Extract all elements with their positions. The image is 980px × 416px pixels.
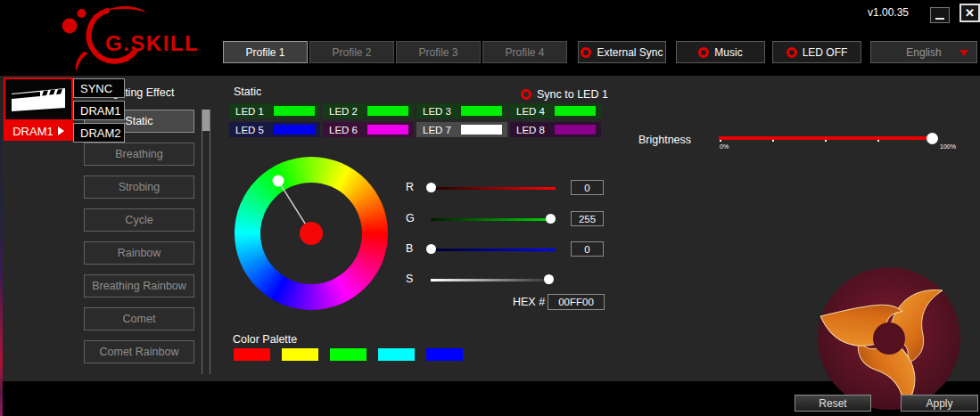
- brightness-max-label: 100%: [940, 143, 956, 150]
- led-7-cell[interactable]: LED 7: [416, 122, 507, 137]
- led-2-cell[interactable]: LED 2: [323, 103, 414, 118]
- green-value-input[interactable]: 255: [571, 211, 604, 226]
- effects-scrollbar[interactable]: [202, 110, 210, 374]
- blue-slider-label: B: [406, 242, 413, 255]
- led-off-button[interactable]: LED OFF: [772, 41, 861, 63]
- led-off-indicator-icon: [786, 47, 797, 58]
- led-8-cell[interactable]: LED 8: [510, 122, 601, 137]
- red-slider-row: R 0: [406, 180, 611, 196]
- led-grid: LED 1 LED 2 LED 3 LED 4 LED 5 LED 6 LED …: [229, 103, 601, 137]
- brightness-slider-thumb[interactable]: [926, 133, 938, 144]
- palette-swatch-blue[interactable]: [426, 348, 463, 361]
- saturation-slider-thumb[interactable]: [544, 274, 554, 284]
- hue-selector-dot: [273, 175, 284, 187]
- language-dropdown[interactable]: English: [870, 41, 977, 63]
- red-slider-track[interactable]: [431, 187, 556, 190]
- red-value-input[interactable]: 0: [571, 180, 604, 195]
- device-selected-label: DRAM1: [12, 125, 54, 138]
- kitguru-watermark-icon: [814, 264, 964, 413]
- menu-item-dram2[interactable]: DRAM2: [73, 123, 125, 143]
- chevron-down-icon: [959, 50, 968, 56]
- palette-swatch-red[interactable]: [234, 348, 270, 361]
- red-slider-thumb[interactable]: [426, 183, 436, 192]
- minimize-button[interactable]: [930, 7, 950, 23]
- palette-swatch-green[interactable]: [330, 348, 366, 361]
- brightness-tick-0: [720, 140, 721, 142]
- brightness-tick-50: [825, 140, 827, 142]
- led-5-label: LED 5: [235, 125, 264, 135]
- gskill-rgb-app: G.SKILL v1.00.35 ✕ Profile 1 Profile 2 P…: [0, 0, 980, 416]
- minimize-icon: [935, 18, 944, 20]
- music-label: Music: [714, 46, 742, 59]
- palette-swatch-cyan[interactable]: [378, 348, 415, 361]
- effect-breathing-button[interactable]: Breathing: [84, 143, 194, 166]
- blue-slider-track[interactable]: [431, 249, 556, 251]
- external-sync-button[interactable]: External Sync: [578, 41, 666, 63]
- led-1-color-swatch: [274, 106, 315, 116]
- title-bar: G.SKILL v1.00.35 ✕ Profile 1 Profile 2 P…: [0, 0, 980, 76]
- device-dropdown-menu: SYNC DRAM1 DRAM2: [73, 78, 125, 143]
- sync-to-led1-label: Sync to LED 1: [537, 88, 608, 101]
- led-5-cell[interactable]: LED 5: [229, 122, 320, 137]
- green-slider-track[interactable]: [431, 218, 556, 221]
- led-7-label: LED 7: [423, 125, 451, 135]
- reset-button[interactable]: Reset: [795, 395, 871, 412]
- music-button[interactable]: Music: [676, 41, 765, 63]
- tab-profile-1[interactable]: Profile 1: [223, 41, 308, 63]
- tab-profile-2[interactable]: Profile 2: [309, 41, 394, 63]
- led-3-cell[interactable]: LED 3: [416, 103, 507, 118]
- led-6-label: LED 6: [329, 125, 358, 135]
- led-4-cell[interactable]: LED 4: [510, 103, 601, 118]
- led-7-color-swatch: [461, 125, 502, 135]
- hex-value-input[interactable]: 00FF00: [548, 294, 605, 310]
- led-3-label: LED 3: [423, 106, 451, 117]
- color-wheel[interactable]: [235, 157, 388, 310]
- saturation-slider-track[interactable]: [431, 279, 556, 281]
- saturation-slider-row: S: [406, 272, 611, 288]
- version-label: v1.00.35: [868, 6, 909, 19]
- device-selected-bar[interactable]: DRAM1: [4, 121, 73, 141]
- effect-strobing-button[interactable]: Strobing: [84, 175, 194, 199]
- led-4-color-swatch: [555, 106, 596, 116]
- effect-comet-rainbow-button[interactable]: Comet Rainbow: [84, 340, 194, 363]
- device-preview-button[interactable]: [4, 77, 73, 121]
- language-selected-label: English: [906, 46, 941, 59]
- left-rainbow-strip: [0, 76, 3, 416]
- led-2-label: LED 2: [329, 106, 358, 117]
- led-8-color-swatch: [555, 125, 596, 135]
- menu-item-sync[interactable]: SYNC: [73, 78, 125, 98]
- effect-rainbow-button[interactable]: Rainbow: [84, 241, 194, 265]
- apply-button[interactable]: Apply: [901, 395, 978, 412]
- blue-slider-thumb[interactable]: [426, 244, 436, 254]
- svg-text:G.SKILL: G.SKILL: [105, 31, 199, 55]
- brightness-min-label: 0%: [720, 143, 729, 150]
- close-button[interactable]: ✕: [959, 4, 980, 22]
- menu-item-dram1[interactable]: DRAM1: [73, 101, 125, 120]
- effect-breathing-rainbow-button[interactable]: Breathing Rainbow: [84, 274, 194, 298]
- panel-title: Static: [234, 86, 261, 98]
- color-palette: [234, 348, 463, 361]
- led-1-label: LED 1: [235, 106, 264, 117]
- led-4-label: LED 4: [516, 106, 545, 117]
- led-6-color-swatch: [367, 125, 408, 135]
- green-slider-thumb[interactable]: [546, 214, 556, 224]
- effect-cycle-button[interactable]: Cycle: [84, 208, 194, 232]
- led-1-cell[interactable]: LED 1: [229, 103, 320, 118]
- profile-tabs: Profile 1 Profile 2 Profile 3 Profile 4: [223, 41, 567, 63]
- sync-to-led1-toggle[interactable]: Sync to LED 1: [521, 88, 608, 101]
- led-2-color-swatch: [367, 106, 408, 116]
- color-wheel-overlay: [235, 157, 388, 310]
- music-indicator-icon: [698, 47, 709, 58]
- tab-profile-3[interactable]: Profile 3: [396, 41, 481, 63]
- green-slider-label: G: [406, 212, 415, 224]
- palette-swatch-yellow[interactable]: [282, 348, 318, 361]
- tab-profile-4[interactable]: Profile 4: [482, 41, 567, 63]
- scrollbar-thumb[interactable]: [202, 110, 210, 131]
- brightness-tick-75: [877, 140, 879, 142]
- ram-module-icon: [10, 85, 67, 115]
- blue-value-input[interactable]: 0: [571, 241, 604, 257]
- led-6-cell[interactable]: LED 6: [323, 122, 414, 137]
- effect-comet-button[interactable]: Comet: [84, 307, 194, 330]
- effects-list: Static Breathing Strobing Cycle Rainbow …: [84, 110, 194, 363]
- brightness-label: Brightness: [638, 134, 691, 146]
